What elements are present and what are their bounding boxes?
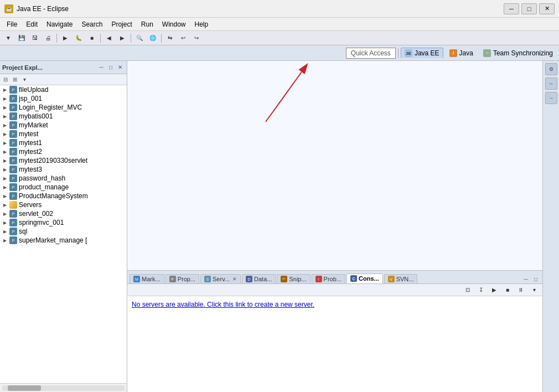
maximize-button[interactable]: □: [521, 3, 537, 14]
close-panel-button[interactable]: ✕: [116, 63, 125, 72]
console-pause-button[interactable]: ⏸: [515, 285, 527, 296]
perspective-java[interactable]: J Java: [446, 48, 477, 59]
perspective-java-label: Java: [459, 49, 473, 57]
console-menu-button[interactable]: ▾: [528, 285, 540, 296]
toolbar-extra2[interactable]: ↩: [177, 33, 189, 44]
tree-item-servlet[interactable]: ▶ P servlet_002: [0, 209, 127, 218]
svg-line-1: [266, 72, 302, 122]
collapse-all-button[interactable]: ⊟: [1, 75, 10, 84]
expand-arrow: ▶: [2, 202, 8, 208]
problems-icon: !: [315, 276, 322, 282]
side-btn-3[interactable]: →: [545, 92, 557, 104]
menu-run[interactable]: Run: [137, 19, 158, 29]
horizontal-scrollbar[interactable]: [2, 385, 125, 391]
project-name: sql: [19, 228, 27, 235]
side-btn-1[interactable]: ⚙: [545, 63, 557, 75]
create-server-link[interactable]: No servers are available. Click this lin…: [132, 301, 314, 308]
toolbar-globe[interactable]: 🌐: [147, 33, 159, 44]
perspective-javaee[interactable]: JE Java EE: [401, 48, 443, 58]
menu-file[interactable]: File: [2, 19, 22, 29]
project-icon: P: [9, 95, 17, 102]
tab-servers[interactable]: S Serv... ✕: [200, 274, 241, 283]
tab-properties-label: Prop...: [178, 276, 195, 282]
toolbar-back[interactable]: ◀: [103, 33, 115, 44]
tab-servers-close[interactable]: ✕: [232, 276, 237, 282]
perspective-separator: [398, 48, 398, 58]
tree-item-productmanage[interactable]: ▶ P ProductManageSystem: [0, 192, 127, 200]
menu-bar: File Edit Navigate Search Project Run Wi…: [0, 18, 559, 31]
console-content: No servers are available. Click this lin…: [127, 296, 542, 392]
tree-item-mybatis[interactable]: ▶ P mybatis001: [0, 112, 127, 121]
tree-item-servers[interactable]: ▶ Servers: [0, 200, 127, 209]
tree-item-mytest1[interactable]: ▶ P mytest1: [0, 138, 127, 147]
markers-icon: M: [133, 276, 140, 282]
tree-item-mytest[interactable]: ▶ P mytest: [0, 130, 127, 138]
tab-svn[interactable]: V SVN...: [384, 274, 418, 283]
tab-console[interactable]: C Cons...: [346, 274, 383, 283]
tree-item-sql[interactable]: ▶ P sql: [0, 227, 127, 236]
toolbar-stop[interactable]: ■: [86, 33, 98, 44]
view-menu-button[interactable]: ▾: [20, 75, 29, 84]
tree-item-mytest2[interactable]: ▶ P mytest2: [0, 147, 127, 156]
maximize-panel-button[interactable]: □: [106, 63, 115, 72]
toolbar-print[interactable]: 🖨: [42, 33, 54, 44]
console-scroll-end-button[interactable]: ↧: [475, 285, 487, 296]
bottom-panel: M Mark... P Prop... S Serv... ✕ D Data..…: [127, 270, 542, 392]
console-clear-button[interactable]: ⊡: [462, 285, 474, 296]
toolbar-new[interactable]: ▼: [2, 33, 14, 44]
tree-item-springmvc[interactable]: ▶ P springmvc_001: [0, 218, 127, 227]
tab-problems[interactable]: ! Prob...: [312, 274, 345, 283]
tree-item-jsp001[interactable]: ▶ P jsp_001: [0, 94, 127, 103]
tree-item-mytest3[interactable]: ▶ P mytest3: [0, 165, 127, 174]
toolbar-search[interactable]: 🔍: [133, 33, 146, 44]
minimize-panel-button[interactable]: ─: [97, 63, 106, 72]
project-icon: P: [9, 157, 17, 164]
console-run-button[interactable]: ▶: [488, 285, 500, 296]
tab-properties[interactable]: P Prop...: [165, 274, 199, 283]
tree-item-password[interactable]: ▶ P password_hash: [0, 174, 127, 183]
toolbar-debug[interactable]: 🐛: [73, 33, 85, 44]
menu-window[interactable]: Window: [158, 19, 190, 29]
quick-access-field[interactable]: Quick Access: [346, 48, 396, 59]
close-button[interactable]: ✕: [539, 3, 555, 14]
menu-project[interactable]: Project: [107, 19, 136, 29]
main-area: Project Expl... ─ □ ✕ ⊟ ⊞ ▾ ▶ P fileUplo…: [0, 61, 559, 392]
expand-arrow: ▶: [2, 87, 8, 92]
toolbar-run[interactable]: ▶: [59, 33, 71, 44]
tree-item-mymarket[interactable]: ▶ P myMarket: [0, 121, 127, 130]
minimize-bottom-button[interactable]: ─: [521, 275, 530, 283]
menu-help[interactable]: Help: [190, 19, 213, 29]
horizontal-scrollbar-area[interactable]: [0, 383, 127, 392]
tab-markers[interactable]: M Mark...: [130, 274, 164, 283]
toolbar-extra3[interactable]: ↪: [190, 33, 203, 44]
editor-area[interactable]: [127, 61, 542, 270]
toolbar-save[interactable]: 💾: [15, 33, 28, 44]
tab-svn-label: SVN...: [396, 276, 414, 282]
project-icon: P: [9, 236, 17, 244]
console-stop-button[interactable]: ■: [501, 285, 514, 296]
tree-item-product[interactable]: ▶ P product_manage: [0, 183, 127, 192]
menu-navigate[interactable]: Navigate: [42, 19, 77, 29]
right-side-panel: ⚙ ↔ →: [542, 61, 559, 392]
side-btn-2[interactable]: ↔: [545, 78, 557, 90]
link-editor-button[interactable]: ⊞: [11, 75, 19, 84]
menu-search[interactable]: Search: [77, 19, 107, 29]
perspective-sync[interactable]: ↔ Team Synchronizing: [479, 48, 557, 59]
console-toolbar: ⊡ ↧ ▶ ■ ⏸ ▾: [127, 284, 542, 296]
tree-item-mytest20190330[interactable]: ▶ P mytest20190330servlet: [0, 156, 127, 165]
project-name: mytest2: [19, 148, 42, 156]
minimize-button[interactable]: ─: [504, 3, 519, 14]
toolbar-forward[interactable]: ▶: [116, 33, 128, 44]
tree-item-fileUpload[interactable]: ▶ P fileUpload: [0, 85, 127, 94]
tree-item-supermarket[interactable]: ▶ P superMarket_manage [: [0, 236, 127, 245]
toolbar-separator-4: [161, 34, 162, 43]
menu-edit[interactable]: Edit: [22, 19, 42, 29]
maximize-bottom-button[interactable]: □: [531, 275, 540, 283]
tab-data[interactable]: D Data...: [242, 274, 276, 283]
toolbar-extra1[interactable]: ⇆: [164, 33, 176, 44]
tree-item-login[interactable]: ▶ P Login_Register_MVC: [0, 103, 127, 112]
project-name: servlet_002: [19, 210, 53, 218]
toolbar-save2[interactable]: 🖫: [29, 33, 41, 44]
tab-snippets[interactable]: ✂ Snip...: [277, 274, 310, 283]
project-tree[interactable]: ▶ P fileUpload ▶ P jsp_001 ▶ P Login_Reg…: [0, 85, 127, 383]
